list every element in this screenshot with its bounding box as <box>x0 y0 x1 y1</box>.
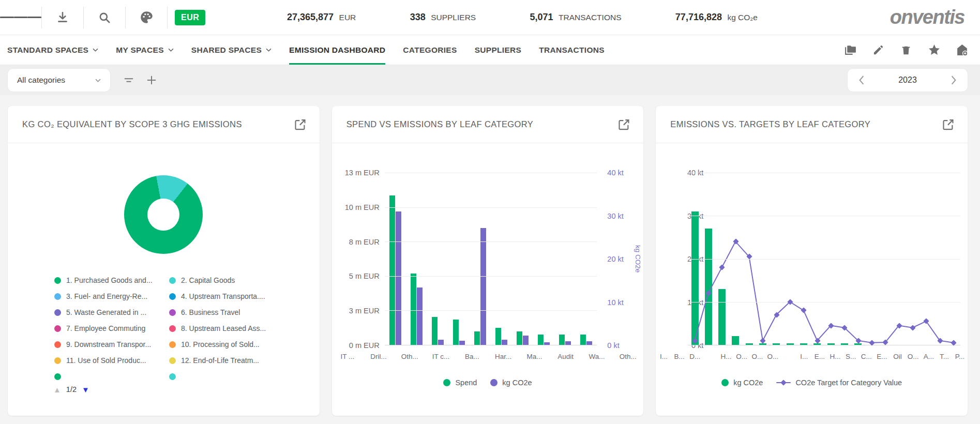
legend-item[interactable]: 2. Capital Goods <box>169 275 320 286</box>
download-icon[interactable] <box>42 0 83 35</box>
x-axis-label <box>703 353 718 360</box>
x-axis-label: Har... <box>488 353 519 360</box>
top-bar: EUR 27,365,877 EUR 338 SUPPLIERS 5,071 T… <box>0 0 980 35</box>
legend-label: kg CO2e <box>502 378 532 387</box>
chevron-down-icon <box>168 48 174 52</box>
bar-group <box>427 173 448 345</box>
legend-item[interactable]: 4. Upstream Transporta.... <box>169 291 320 302</box>
x-axis-label: T... <box>937 353 952 360</box>
open-in-new-icon[interactable] <box>617 117 631 131</box>
bar <box>438 340 444 345</box>
bar <box>538 335 544 345</box>
legend-swatch <box>721 379 729 386</box>
edit-icon[interactable] <box>871 43 885 57</box>
legend-item[interactable]: kg CO2e <box>721 378 763 387</box>
delete-icon[interactable] <box>899 43 913 57</box>
legend-label: 4. Upstream Transporta.... <box>181 292 265 300</box>
add-to-home-icon[interactable] <box>955 43 969 57</box>
legend-swatch <box>169 325 176 332</box>
legend-item[interactable]: 1. Purchased Goods and... <box>54 275 169 286</box>
bar-group <box>491 173 512 345</box>
open-in-new-icon[interactable] <box>941 117 955 131</box>
add-filter-icon[interactable] <box>140 69 163 92</box>
filter-icon[interactable] <box>117 69 140 92</box>
bar <box>544 342 550 345</box>
gridline <box>688 216 960 216</box>
right-axis-title: kg CO2e <box>632 173 643 345</box>
legend-item[interactable]: 5. Waste Generated in ... <box>54 307 169 318</box>
x-axis-label: IT c... <box>425 353 456 360</box>
axis-tick-label: 8 m EUR <box>349 238 380 246</box>
tab-standard-spaces[interactable]: STANDARD SPACES <box>7 35 98 65</box>
axis-tick-label: 30 kt <box>607 212 623 220</box>
search-icon[interactable] <box>84 0 125 35</box>
bar <box>480 228 486 345</box>
tab-categories[interactable]: CATEGORIES <box>403 35 457 65</box>
legend-page-indicator: 1/2 <box>66 385 77 393</box>
x-axis-label: O... <box>749 353 765 360</box>
bar <box>523 336 529 345</box>
tab-shared-spaces[interactable]: SHARED SPACES <box>191 35 272 65</box>
axis-tick-label: 20 kt <box>607 255 623 263</box>
year-value: 2023 <box>898 75 917 85</box>
legend-swatch <box>443 379 450 386</box>
stat-suppliers-value: 338 <box>410 12 426 22</box>
legend-item[interactable]: 10. Processing of Sold... <box>169 339 320 350</box>
previous-year-icon[interactable] <box>855 73 868 87</box>
legend-item[interactable]: 6. Business Travel <box>169 307 320 318</box>
x-axis-label: S... <box>843 353 858 360</box>
legend-item[interactable]: 8. Upstream Leased Ass... <box>169 323 320 334</box>
legend-label: 7. Employee Commuting <box>66 324 145 332</box>
stat-transactions-label: TRANSACTIONS <box>559 13 621 22</box>
bar <box>417 287 423 345</box>
bar-group <box>385 173 406 345</box>
legend-item[interactable]: kg CO2e <box>490 378 532 387</box>
legend-item[interactable]: CO2e Target for Category Value <box>776 378 902 387</box>
legend-item[interactable]: 11. Use of Sold Produc... <box>54 355 169 366</box>
legend-swatch <box>169 277 176 284</box>
gridline <box>385 276 597 277</box>
legend-item[interactable]: 12. End-of-Life Treatm... <box>169 355 320 366</box>
legend-item[interactable]: Spend <box>443 378 477 387</box>
legend-item[interactable]: 7. Employee Commuting <box>54 323 169 334</box>
currency-badge[interactable]: EUR <box>175 10 205 25</box>
category-select[interactable]: All categories <box>8 69 110 92</box>
category-select-value: All categories <box>17 75 65 85</box>
stat-transactions-value: 5,071 <box>530 12 553 22</box>
legend-item[interactable] <box>169 371 320 382</box>
legend-label: 6. Business Travel <box>181 308 240 316</box>
copy-folder-icon[interactable] <box>843 43 857 57</box>
tab-emission-dashboard[interactable]: EMISSION DASHBOARD <box>289 35 385 65</box>
bar <box>565 341 571 345</box>
open-in-new-icon[interactable] <box>293 117 307 131</box>
tab-my-spaces[interactable]: MY SPACES <box>116 35 174 65</box>
legend-item[interactable]: 9. Downstream Transpor... <box>54 339 169 350</box>
legend-swatch <box>169 357 176 364</box>
bar <box>411 274 416 345</box>
legend-label: 12. End-of-Life Treatm... <box>181 356 259 365</box>
legend-item[interactable]: 3. Fuel- and Energy-Re... <box>54 291 169 302</box>
x-axis-label: Audit <box>550 353 581 360</box>
legend-diamond-swatch <box>776 379 791 386</box>
bar <box>502 340 507 345</box>
bar <box>432 317 438 345</box>
tab-transactions[interactable]: TRANSACTIONS <box>539 35 605 65</box>
x-axis-label: H... <box>718 353 734 360</box>
legend-page-down-icon[interactable]: ▼ <box>82 386 89 393</box>
tab-suppliers[interactable]: SUPPLIERS <box>475 35 522 65</box>
axis-tick-label: 40 kt <box>607 169 623 177</box>
next-year-icon[interactable] <box>947 73 960 87</box>
chevron-down-icon <box>95 79 101 82</box>
x-axis-label: I... <box>656 353 671 360</box>
legend-page-up-icon[interactable]: ▲ <box>53 386 61 393</box>
bar <box>459 341 465 345</box>
bar-group <box>406 173 427 345</box>
gridline <box>385 173 597 173</box>
bar <box>580 335 586 345</box>
menu-icon[interactable] <box>0 0 41 35</box>
palette-icon[interactable] <box>126 0 167 35</box>
legend-label: 10. Processing of Sold... <box>181 340 260 349</box>
legend-item[interactable] <box>54 371 169 382</box>
x-axis-label: O... <box>765 353 780 360</box>
favorite-star-icon[interactable] <box>927 43 941 57</box>
